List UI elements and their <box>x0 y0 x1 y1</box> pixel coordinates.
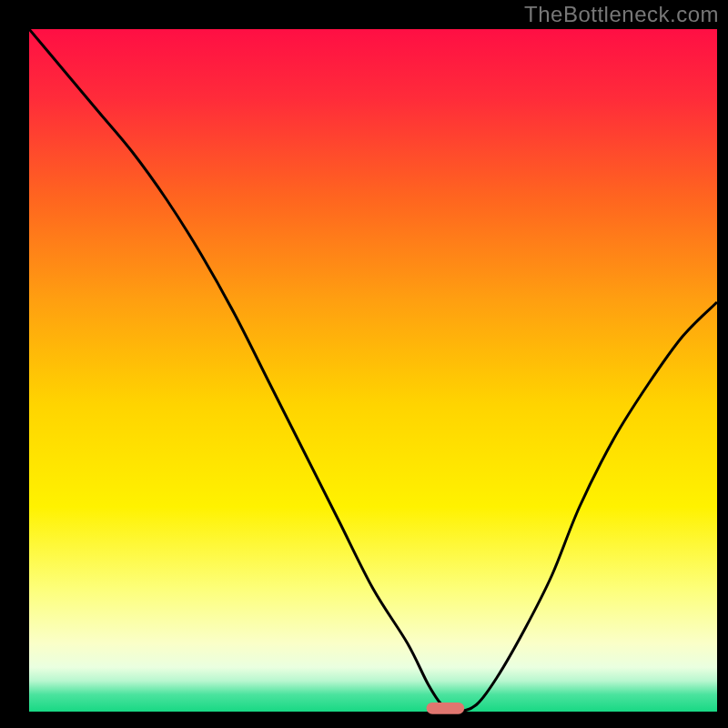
chart-frame: TheBottleneck.com <box>0 0 728 728</box>
watermark-text: TheBottleneck.com <box>524 2 719 27</box>
bottleneck-chart <box>0 0 728 728</box>
gradient-background <box>29 29 717 712</box>
optimal-marker <box>427 703 465 714</box>
